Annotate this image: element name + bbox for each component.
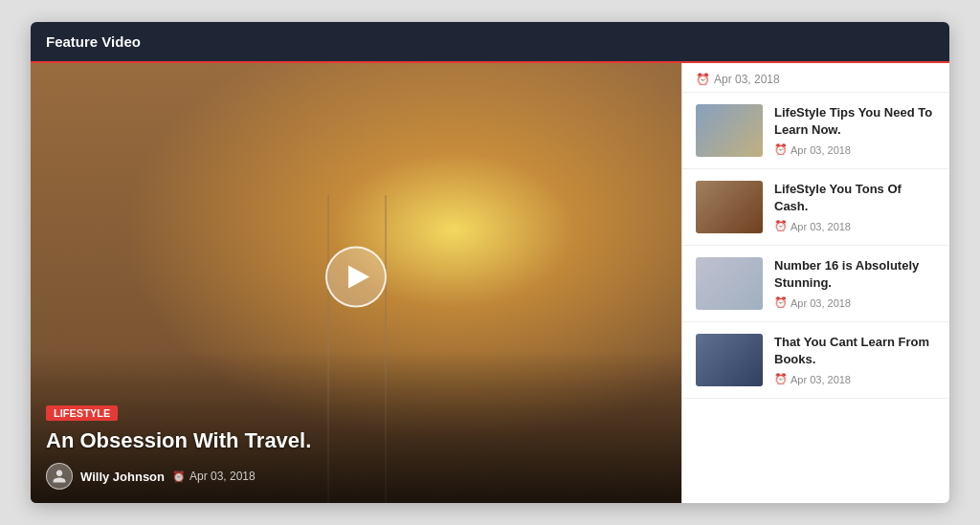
feature-video-widget: Feature Video Lifestyle An Obsession Wit… — [31, 22, 949, 503]
sidebar-clock-icon: ⏰ — [696, 73, 710, 86]
widget-body: Lifestyle An Obsession With Travel. Will… — [31, 63, 949, 503]
video-info: Lifestyle An Obsession With Travel. Will… — [31, 390, 681, 503]
clock-icon: ⏰ — [172, 470, 186, 483]
widget-header: Feature Video — [31, 22, 949, 63]
sidebar-item-title: That You Cant Learn From Books. — [774, 334, 936, 368]
sidebar-clock-icon-3: ⏰ — [774, 373, 788, 385]
sidebar-item-date: ⏰ Apr 03, 2018 — [774, 373, 936, 385]
sidebar-item-date: ⏰ Apr 03, 2018 — [774, 143, 936, 156]
sidebar-clock-icon-2: ⏰ — [774, 296, 788, 309]
category-badge: Lifestyle — [46, 405, 118, 421]
sidebar-item-text: That You Cant Learn From Books. ⏰ Apr 03… — [774, 334, 936, 386]
author-avatar — [46, 463, 73, 490]
sidebar-thumb-4 — [696, 334, 763, 386]
sidebar-item-date: ⏰ Apr 03, 2018 — [774, 296, 936, 309]
video-title: An Obsession With Travel. — [46, 428, 666, 453]
sidebar-top-date: ⏰ Apr 03, 2018 — [682, 63, 949, 93]
sidebar-thumb-2 — [696, 181, 763, 233]
sidebar-item-title: LifeStyle Tips You Need To Learn Now. — [774, 104, 936, 139]
sidebar-thumb-1 — [696, 104, 763, 157]
sidebar-item[interactable]: LifeStyle Tips You Need To Learn Now. ⏰ … — [682, 93, 949, 169]
video-meta: Willy Johnson ⏰ Apr 03, 2018 — [46, 463, 666, 490]
video-date: ⏰ Apr 03, 2018 — [172, 470, 256, 483]
sidebar-item-text: LifeStyle You Tons Of Cash. ⏰ Apr 03, 20… — [774, 181, 936, 233]
sidebar-list[interactable]: ⏰ Apr 03, 2018 LifeStyle Tips You Need T… — [681, 63, 949, 503]
sidebar-item[interactable]: LifeStyle You Tons Of Cash. ⏰ Apr 03, 20… — [682, 169, 949, 246]
play-button[interactable] — [325, 247, 387, 308]
author-name: Willy Johnson — [80, 470, 165, 484]
sidebar-item-title: Number 16 is Absolutely Stunning. — [774, 257, 936, 292]
sidebar-item-title: LifeStyle You Tons Of Cash. — [774, 181, 936, 215]
sidebar-clock-icon-0: ⏰ — [774, 143, 788, 156]
sidebar-clock-icon-1: ⏰ — [774, 220, 788, 232]
widget-title: Feature Video — [46, 33, 141, 50]
sidebar-item-date: ⏰ Apr 03, 2018 — [774, 220, 936, 232]
sidebar-thumb-3 — [696, 257, 763, 310]
sidebar-item[interactable]: Number 16 is Absolutely Stunning. ⏰ Apr … — [682, 246, 949, 322]
sidebar-item[interactable]: That You Cant Learn From Books. ⏰ Apr 03… — [682, 322, 949, 399]
sidebar-item-text: LifeStyle Tips You Need To Learn Now. ⏰ … — [774, 104, 936, 157]
user-icon — [52, 469, 67, 484]
sidebar-item-text: Number 16 is Absolutely Stunning. ⏰ Apr … — [774, 257, 936, 310]
featured-video-panel: Lifestyle An Obsession With Travel. Will… — [31, 63, 681, 503]
